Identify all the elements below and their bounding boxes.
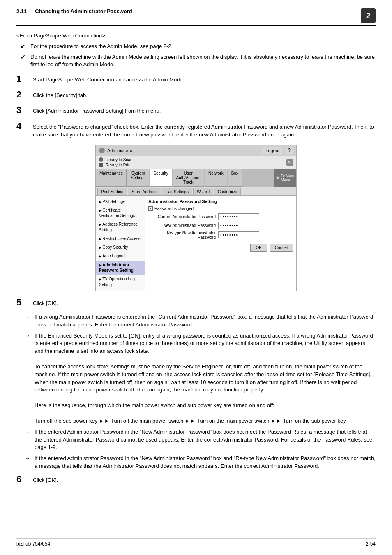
help-button[interactable]: ? [286,147,293,154]
ui-screenshot: Administrator Logout ? Ready to Scan Rea… [95,145,297,291]
arrow-icon-1: → [25,313,33,321]
subtab-print-setting[interactable]: Print Setting [97,188,127,195]
refresh-button[interactable]: ↻ [286,159,293,166]
bullet-item-1: ✔ For the procedure to access the Admin … [21,43,376,51]
step5-notes: → If a wrong Administrator Password is e… [16,313,376,470]
sidebar-item-copy-security[interactable]: Copy Security [96,243,145,252]
current-password-row: Current Administrator Password [148,213,293,220]
tab-security[interactable]: Security [150,169,172,187]
step-num-4: 4 [16,121,33,131]
step5-note-text-4: If the entered Administrator Password in… [35,455,376,470]
form-buttons: OK Cancel [148,244,293,252]
from-source: <From PageScope Web Connection> [16,32,376,39]
ui-titlebar: Administrator Logout ? [96,145,296,156]
sidebar-item-admin-password[interactable]: Administrator Password Setting [96,261,145,275]
sub-tabs: Print Setting Store Address Fax Settings… [96,187,296,196]
main-tabs: Maintenance SystemSettings Security User… [96,169,296,187]
step-1: 1 Start PageScope Web Connection and acc… [16,74,376,84]
step-text-5: Click [OK]. [33,298,58,308]
footer-product: bizhub 754/654 [16,541,50,547]
logout-button[interactable]: Logout [262,147,283,154]
checkbox-label: Password is changed. [154,206,195,211]
step5-note-3: → If the entered Administrator Password … [25,428,376,452]
ui-content-area: Administrator Password Setting ✔ Passwor… [145,196,296,291]
step-5: 5 Click [OK]. [16,298,376,308]
new-password-input[interactable] [218,222,259,229]
bullet-text-1: For the procedure to access the Admin Mo… [30,43,173,50]
ui-titlebar-right: Logout ? [262,147,293,154]
subtab-store-address[interactable]: Store Address [128,188,161,195]
ui-sidebar: PKI Settings Certificate Verification Se… [96,196,145,291]
checkmark-icon-2: ✔ [21,53,27,62]
retype-password-input[interactable] [218,231,259,238]
step-num-2: 2 [16,90,33,99]
status-scan: Ready to Scan [99,157,293,162]
step-text-2: Click the [Security] tab. [33,90,88,99]
to-main-label: To MainMenu [281,173,294,182]
header-left: 2.11 Changing the Administrator Password [16,8,132,14]
step-text-6: Click [OK]. [33,474,58,484]
step5-note-2: → If the Enhanced Security Mode is set t… [25,332,376,425]
content-title: Administrator Password Setting [148,199,293,204]
arrow-icon-4: → [25,455,33,462]
step-num-1: 1 [16,74,33,84]
page-title: Changing the Administrator Password [35,8,132,14]
step5-note-text-1: If a wrong Administrator Password is ent… [35,313,376,329]
arrow-icon-2: → [25,332,33,340]
step-text-1: Start PageScope Web Connection and acces… [33,74,184,84]
step-2: 2 Click the [Security] tab. [16,90,376,99]
bullet-list: ✔ For the procedure to access the Admin … [16,43,376,68]
sidebar-item-cert-verify[interactable]: Certificate Verification Settings [96,206,145,220]
step-num-3: 3 [16,105,33,115]
to-main-menu-button[interactable]: ▦ To MainMenu [274,169,296,187]
step-6: 6 Click [OK]. [16,474,376,484]
ok-button[interactable]: OK [250,244,267,252]
new-password-row: New Administrator Password [148,222,293,229]
step-text-3: Click [Administrator Password Setting] f… [33,105,161,115]
step5-note-text-3: If the entered Administrator Password in… [35,428,376,452]
step-num-6: 6 [16,474,33,484]
page-header: 2.11 Changing the Administrator Password… [16,8,376,26]
tab-user-auth[interactable]: UserAuth/AccountTrack [173,169,204,187]
new-password-label: New Administrator Password [148,223,218,228]
page-footer: bizhub 754/654 2-54 [16,538,376,547]
subtab-wizard[interactable]: Wizard [193,188,213,195]
step-4: 4 Select the "Password is changed" check… [16,121,376,139]
chapter-badge: 2 [361,8,376,23]
ui-title-text: Administrator [107,148,134,153]
bullet-text-2: Do not leave the machine with the Admin … [30,53,376,68]
step-num-5: 5 [16,298,33,308]
sidebar-item-address-ref[interactable]: Address Reference Setting [96,220,145,234]
retype-password-row: Re-type New Administrator Password [148,231,293,240]
subtab-customize[interactable]: Customize [214,188,241,195]
scan-status-text: Ready to Scan [106,157,133,162]
ui-titlebar-left: Administrator [99,148,134,153]
sidebar-item-restrict-user[interactable]: Restrict User Access [96,234,145,243]
tab-network[interactable]: Network [205,169,227,187]
step5-note-1: → If a wrong Administrator Password is e… [25,313,376,329]
current-password-label: Current Administrator Password [148,215,218,219]
status-bar: Ready to Scan Ready to Print ↻ [96,156,296,169]
cancel-button[interactable]: Cancel [270,244,293,252]
step5-note-text-2: If the Enhanced Security Mode is set to … [35,332,376,425]
page-container: 2.11 Changing the Administrator Password… [0,0,392,555]
tab-maintenance[interactable]: Maintenance [96,169,127,187]
ui-main-area: PKI Settings Certificate Verification Se… [96,196,296,291]
sidebar-item-auto-logout[interactable]: Auto Logout [96,252,145,260]
checkmark-icon-1: ✔ [21,43,27,51]
retype-password-label: Re-type New Administrator Password [148,231,218,240]
tab-box[interactable]: Box [228,169,242,187]
to-main-icon: ▦ [276,176,279,180]
password-changed-checkbox[interactable]: ✔ [148,206,153,211]
current-password-input[interactable] [218,213,259,220]
sidebar-item-pki[interactable]: PKI Settings [96,197,145,206]
arrow-icon-3: → [25,428,33,436]
scan-status-icon [99,157,103,162]
print-status-icon [99,163,103,167]
tab-system-settings[interactable]: SystemSettings [127,169,149,187]
bullet-item-2: ✔ Do not leave the machine with the Admi… [21,53,376,68]
status-print: Ready to Print [99,163,293,167]
sidebar-item-tx-log[interactable]: TX Operation Log Setting [96,275,145,289]
section-number: 2.11 [16,8,27,14]
subtab-fax-settings[interactable]: Fax Settings [162,188,192,195]
